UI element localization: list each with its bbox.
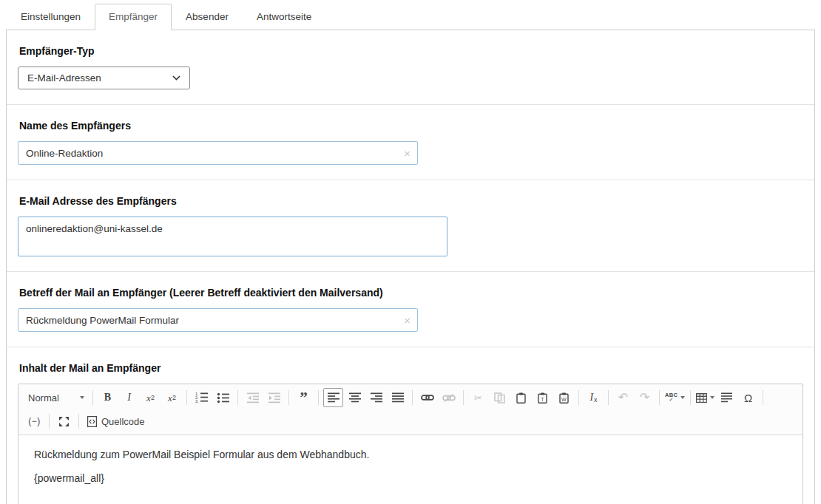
spellcheck-icon: ABC ✓ — [665, 392, 678, 403]
outdent-button[interactable] — [243, 388, 263, 407]
recipient-type-value: E-Mail-Adressen — [27, 72, 101, 84]
paste-word-button[interactable]: W — [554, 388, 574, 407]
tab-einstellungen[interactable]: Einstellungen — [7, 4, 95, 30]
chevron-down-icon — [710, 396, 714, 399]
subscript-button[interactable]: x2 — [141, 388, 161, 407]
paste-button[interactable] — [511, 388, 531, 407]
ordered-list-button[interactable]: 1.2.3. — [192, 388, 212, 407]
section-mail-body: Inhalt der Mail an Empfänger Normal B I … — [7, 347, 814, 504]
indent-icon — [268, 392, 280, 403]
redo-button[interactable]: ↷ — [635, 388, 655, 407]
source-code-button[interactable]: Quellcode — [84, 412, 149, 431]
mail-body-label: Inhalt der Mail an Empfänger — [19, 362, 803, 374]
svg-text:T: T — [541, 396, 544, 401]
tab-antwortseite[interactable]: Antwortseite — [243, 4, 325, 30]
recipient-type-select[interactable]: E-Mail-Adressen — [18, 67, 190, 89]
format-select[interactable]: Normal — [24, 388, 89, 407]
section-recipient-email: E-Mail Adresse des Empfängers onlinereda… — [7, 180, 814, 272]
table-button[interactable] — [695, 388, 715, 407]
recipient-name-label: Name des Empfängers — [19, 120, 803, 132]
clear-icon[interactable]: × — [404, 315, 410, 326]
unlink-icon — [442, 394, 456, 402]
horizontal-rule-button[interactable] — [717, 388, 737, 407]
subject-label: Betreff der Mail an Empfänger (Leerer Be… — [19, 287, 803, 299]
toolbar-separator — [92, 390, 93, 405]
tab-absender[interactable]: Absender — [172, 4, 243, 30]
chevron-down-icon — [80, 396, 84, 399]
align-justify-button[interactable] — [388, 388, 408, 407]
table-icon — [696, 393, 707, 403]
remove-format-button[interactable]: Ix — [584, 388, 604, 407]
toolbar-row-1: Normal B I x2 x2 1.2.3. ” — [18, 384, 803, 411]
toolbar-separator — [78, 414, 79, 429]
section-recipient-name: Name des Empfängers × — [7, 105, 814, 180]
section-recipient-type: Empfänger-Typ E-Mail-Adressen — [7, 30, 814, 105]
toolbar-separator — [237, 390, 238, 405]
superscript-button[interactable]: x2 — [162, 388, 182, 407]
indent-button[interactable] — [264, 388, 284, 407]
section-subject: Betreff der Mail an Empfänger (Leerer Be… — [7, 272, 814, 347]
chevron-down-icon — [172, 75, 180, 81]
align-center-button[interactable] — [345, 388, 365, 407]
remove-format-icon: I — [589, 392, 593, 403]
blockquote-button[interactable]: ” — [294, 388, 314, 407]
unordered-list-icon — [217, 392, 229, 403]
subject-field: × — [18, 308, 418, 332]
editor-content[interactable]: Rückmeldung zum PowerMail Beispiel Formu… — [18, 435, 803, 504]
powermail-form-page: Einstellungen Empfänger Absender Antwort… — [0, 0, 821, 504]
recipient-type-label: Empfänger-Typ — [19, 45, 803, 57]
copy-button[interactable] — [490, 388, 510, 407]
paste-text-button[interactable]: T — [533, 388, 553, 407]
italic-button[interactable]: I — [119, 388, 139, 407]
source-code-icon — [87, 416, 97, 427]
toolbar-separator — [690, 390, 691, 405]
tab-empfaenger[interactable]: Empfänger — [95, 4, 172, 30]
subject-input[interactable] — [18, 308, 418, 332]
spellcheck-button[interactable]: ABC ✓ — [664, 388, 686, 407]
toolbar-separator — [412, 390, 413, 405]
recipient-name-field: × — [18, 141, 418, 165]
paste-icon — [516, 392, 526, 403]
undo-button[interactable]: ↶ — [613, 388, 633, 407]
recipient-name-input[interactable] — [18, 141, 418, 165]
toolbar-separator — [659, 390, 660, 405]
align-center-icon — [349, 392, 361, 403]
svg-text:3.: 3. — [195, 399, 199, 403]
link-button[interactable] — [417, 388, 437, 407]
maximize-button[interactable] — [54, 412, 74, 431]
rich-text-editor: Normal B I x2 x2 1.2.3. ” — [18, 384, 803, 504]
svg-text:W: W — [561, 396, 567, 401]
link-icon — [421, 394, 434, 401]
cut-button[interactable]: ✂ — [468, 388, 488, 407]
soft-hyphen-button[interactable]: (−) — [24, 412, 44, 431]
unordered-list-button[interactable] — [213, 388, 233, 407]
tab-bar: Einstellungen Empfänger Absender Antwort… — [0, 0, 821, 30]
horizontal-rule-icon — [721, 392, 732, 403]
toolbar-separator — [463, 390, 464, 405]
toolbar-separator — [763, 390, 763, 405]
clear-icon[interactable]: × — [404, 148, 410, 159]
align-right-icon — [371, 392, 382, 403]
chevron-down-icon — [680, 396, 685, 399]
copy-icon — [494, 392, 505, 403]
toolbar-row-2: (−) Quellcode — [18, 411, 803, 435]
format-value: Normal — [28, 392, 59, 403]
paste-word-icon: W — [559, 392, 569, 403]
align-justify-icon — [392, 392, 404, 403]
bold-button[interactable]: B — [98, 388, 118, 407]
align-left-icon — [328, 392, 339, 403]
maximize-icon — [59, 417, 69, 426]
toolbar-separator — [608, 390, 609, 405]
align-right-button[interactable] — [366, 388, 386, 407]
toolbar-separator — [318, 390, 319, 405]
toolbar-separator — [578, 390, 579, 405]
toolbar-separator — [49, 414, 50, 429]
editor-paragraph: Rückmeldung zum PowerMail Beispiel Formu… — [34, 449, 787, 460]
editor-paragraph: {powermail_all} — [34, 472, 787, 484]
recipient-email-input[interactable]: onlineredaktion@uni-kassel.de — [18, 217, 447, 256]
recipient-email-label: E-Mail Adresse des Empfängers — [19, 195, 803, 207]
special-character-button[interactable]: Ω — [738, 388, 758, 407]
form-panel: Empfänger-Typ E-Mail-Adressen Name des E… — [6, 30, 815, 504]
unlink-button[interactable] — [439, 388, 459, 407]
align-left-button[interactable] — [323, 388, 343, 407]
